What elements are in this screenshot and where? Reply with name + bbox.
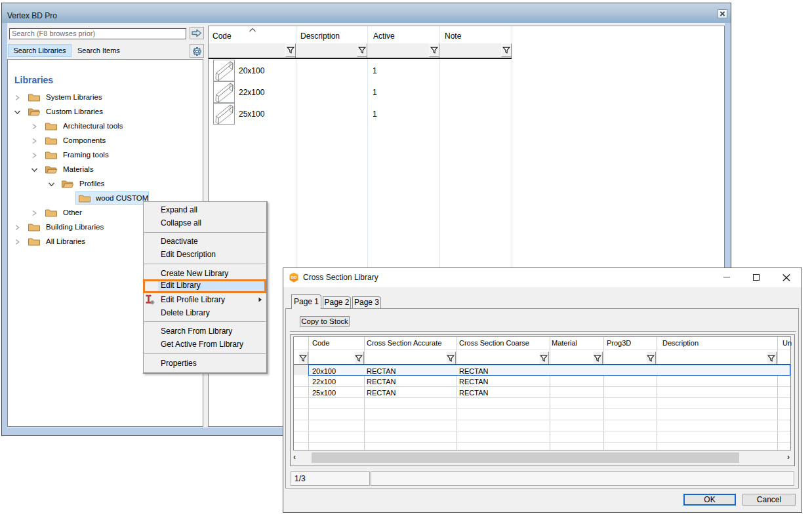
svg-text:BD: BD	[291, 275, 297, 279]
